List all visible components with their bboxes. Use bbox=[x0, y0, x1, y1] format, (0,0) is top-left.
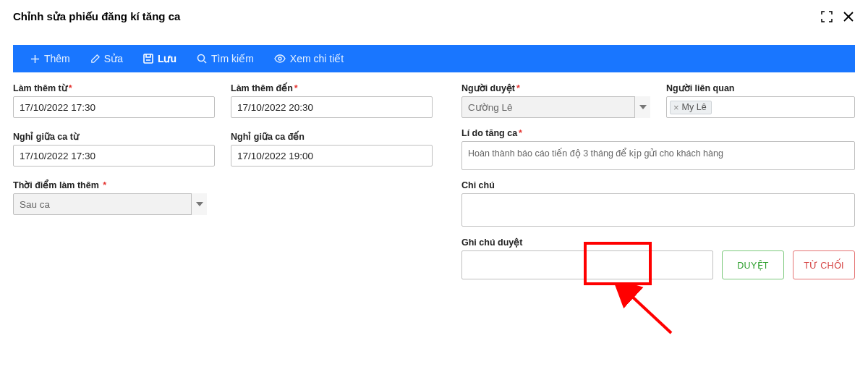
label-break-to: Nghỉ giữa ca đến bbox=[231, 131, 433, 142]
field-break-to: Nghỉ giữa ca đến bbox=[231, 131, 433, 167]
toolbar-detail-label: Xem chi tiết bbox=[290, 53, 344, 64]
label-break-from: Nghỉ giữa ca từ bbox=[13, 131, 215, 142]
svg-point-1 bbox=[198, 55, 205, 62]
close-icon[interactable] bbox=[842, 10, 855, 23]
svg-point-2 bbox=[278, 57, 281, 60]
field-related: Người liên quan × My Lê bbox=[666, 83, 855, 118]
field-break-from: Nghỉ giữa ca từ bbox=[13, 131, 215, 167]
toolbar-search-label: Tìm kiếm bbox=[211, 53, 254, 64]
input-ot-from[interactable] bbox=[13, 96, 215, 118]
toolbar-search[interactable]: Tìm kiếm bbox=[187, 45, 264, 72]
label-ot-from: Làm thêm từ* bbox=[13, 83, 215, 93]
field-note: Chi chú bbox=[461, 180, 855, 227]
tag-label: My Lê bbox=[682, 102, 707, 112]
toolbar-edit-label: Sửa bbox=[104, 53, 123, 64]
input-break-to[interactable] bbox=[231, 145, 433, 167]
input-reason[interactable] bbox=[461, 141, 855, 170]
select-approver[interactable] bbox=[461, 96, 650, 118]
select-ot-time-value[interactable] bbox=[13, 193, 207, 215]
field-ot-from: Làm thêm từ* bbox=[13, 83, 215, 118]
dialog-header: Chỉnh sửa phiếu đăng kí tăng ca bbox=[0, 0, 868, 30]
form-grid: Làm thêm từ* Làm thêm đến* Nghỉ giữa ca … bbox=[13, 83, 855, 279]
label-ot-time: Thời điểm làm thêm * bbox=[13, 180, 215, 190]
annotation-arrow-icon bbox=[615, 282, 680, 340]
tag-remove-icon[interactable]: × bbox=[673, 102, 679, 113]
label-reason: Lí do tăng ca* bbox=[461, 128, 855, 138]
input-ot-to[interactable] bbox=[231, 96, 433, 118]
toolbar-edit[interactable]: Sửa bbox=[80, 45, 133, 72]
form-right-column: Người duyệt* Người liên quan × My Lê bbox=[461, 83, 855, 279]
input-note[interactable] bbox=[461, 193, 855, 227]
reject-button[interactable]: TỪ CHỐI bbox=[793, 250, 855, 279]
label-note: Chi chú bbox=[461, 180, 855, 190]
toolbar-save-label: Lưu bbox=[158, 53, 176, 64]
toolbar: Thêm Sửa Lưu Tìm kiếm Xem chi tiết bbox=[13, 45, 855, 72]
input-related[interactable]: × My Lê bbox=[666, 96, 855, 118]
fullscreen-icon[interactable] bbox=[820, 10, 833, 23]
svg-rect-0 bbox=[144, 54, 153, 63]
input-approve-note[interactable] bbox=[461, 250, 713, 279]
toolbar-save[interactable]: Lưu bbox=[133, 45, 187, 72]
dialog-content: Thêm Sửa Lưu Tìm kiếm Xem chi tiết Làm t… bbox=[0, 45, 868, 279]
label-approve-note: Ghi chú duyệt bbox=[461, 237, 855, 248]
field-ot-to: Làm thêm đến* bbox=[231, 83, 433, 118]
label-ot-to: Làm thêm đến* bbox=[231, 83, 433, 93]
approve-button[interactable]: DUYỆT bbox=[722, 250, 784, 279]
svg-line-3 bbox=[629, 294, 671, 333]
label-approver: Người duyệt* bbox=[461, 83, 650, 93]
field-approve-note: Ghi chú duyệt DUYỆT TỪ CHỐI bbox=[461, 237, 855, 279]
select-approver-value[interactable] bbox=[461, 96, 650, 118]
field-reason: Lí do tăng ca* bbox=[461, 128, 855, 170]
header-actions bbox=[820, 10, 855, 23]
input-break-from[interactable] bbox=[13, 145, 215, 167]
approve-row: DUYỆT TỪ CHỐI bbox=[461, 250, 855, 279]
toolbar-detail[interactable]: Xem chi tiết bbox=[264, 45, 354, 72]
field-approver: Người duyệt* bbox=[461, 83, 650, 118]
approver-related-row: Người duyệt* Người liên quan × My Lê bbox=[461, 83, 855, 118]
toolbar-add-label: Thêm bbox=[44, 53, 70, 64]
form-left-column: Làm thêm từ* Làm thêm đến* Nghỉ giữa ca … bbox=[13, 83, 433, 279]
select-ot-time[interactable] bbox=[13, 193, 207, 215]
toolbar-add[interactable]: Thêm bbox=[20, 45, 80, 72]
label-related: Người liên quan bbox=[666, 83, 855, 93]
tag-related-user: × My Lê bbox=[670, 101, 712, 114]
dialog-title: Chỉnh sửa phiếu đăng kí tăng ca bbox=[13, 10, 180, 23]
field-ot-time: Thời điểm làm thêm * bbox=[13, 180, 215, 215]
